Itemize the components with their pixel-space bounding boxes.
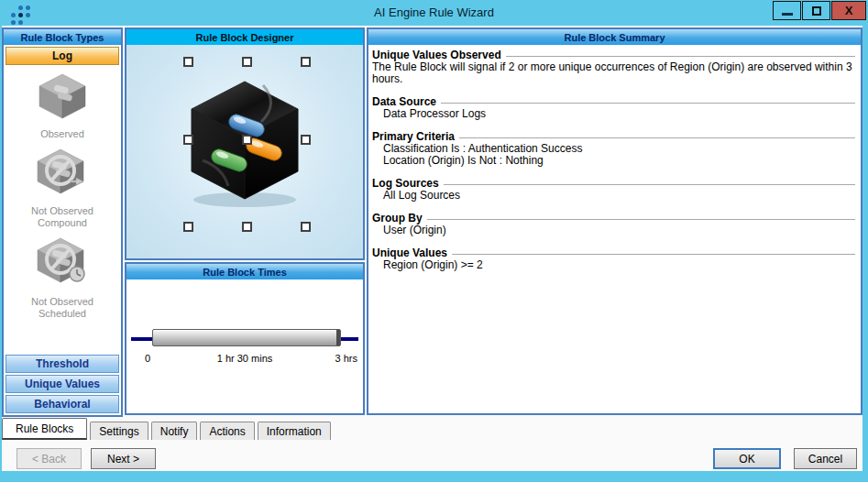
other-type-buttons: Threshold Unique Values Behavioral — [5, 353, 119, 413]
tick-label-end: 3 hrs — [335, 353, 357, 364]
wizard-tabstrip: Rule Blocks Settings Notify Actions Info… — [2, 417, 331, 440]
type-button-threshold[interactable]: Threshold — [5, 355, 119, 373]
section-line: Data Processor Logs — [372, 108, 855, 120]
titlebar: AI Engine Rule Wizard X — [0, 0, 868, 26]
close-icon: X — [845, 4, 853, 17]
summary-section-primary-criteria: Primary Criteria Classification Is : Aut… — [372, 130, 855, 167]
summary-body: Unique Values Observed The Rule Block wi… — [368, 45, 861, 271]
rule-block-types-panel: Rule Block Types Log Observed — [2, 27, 123, 417]
selection-handle-middle-left[interactable] — [183, 135, 193, 145]
rule-block-designer-panel: Rule Block Designer — [125, 27, 365, 260]
selection-handle-middle-right[interactable] — [301, 135, 311, 145]
summary-section-unique-values: Unique Values Region (Origin) >= 2 — [372, 246, 855, 271]
section-title: Primary Criteria — [372, 130, 855, 143]
type-label-not-observed-compound: Not Observed Compound — [19, 205, 105, 229]
selection-handle-top-center[interactable] — [242, 57, 252, 67]
section-title: Data Source — [372, 95, 855, 108]
minimize-icon — [782, 13, 793, 16]
type-button-behavioral[interactable]: Behavioral — [5, 395, 119, 413]
tab-notify[interactable]: Notify — [151, 422, 198, 440]
rule-block-summary-panel: Rule Block Summary Unique Values Observe… — [367, 27, 863, 415]
type-item-observed[interactable]: Observed — [4, 71, 121, 140]
type-button-log[interactable]: Log — [5, 47, 119, 65]
type-label-observed: Observed — [19, 128, 105, 140]
selection-handle-bottom-right[interactable] — [301, 222, 311, 232]
ai-engine-rule-wizard-window: AI Engine Rule Wizard X Rule Block Types… — [0, 0, 868, 482]
section-title: Unique Values Observed — [372, 49, 855, 61]
maximize-button[interactable] — [802, 1, 830, 20]
tick-label-mid: 1 hr 30 mins — [126, 353, 363, 364]
minimize-button[interactable] — [773, 1, 801, 20]
tab-settings[interactable]: Settings — [90, 422, 148, 440]
summary-section-unique-values-observed: Unique Values Observed The Rule Block wi… — [372, 49, 855, 85]
time-tick-labels: 0 1 hr 30 mins 3 hrs — [126, 353, 363, 366]
next-button[interactable]: Next > — [91, 448, 156, 469]
selection-handle-top-left[interactable] — [183, 57, 193, 67]
selection-handle-top-right[interactable] — [301, 57, 311, 67]
section-title: Group By — [372, 212, 855, 225]
tab-information[interactable]: Information — [258, 422, 331, 440]
cube-not-observed-scheduled-icon — [36, 236, 89, 289]
type-item-not-observed-scheduled[interactable]: Not Observed Scheduled — [4, 236, 121, 320]
type-item-not-observed-compound[interactable]: Not Observed Compound — [4, 147, 121, 229]
section-line: Region (Origin) >= 2 — [372, 259, 855, 271]
close-button[interactable]: X — [831, 1, 866, 20]
window-title: AI Engine Rule Wizard — [0, 5, 868, 19]
type-label-not-observed-scheduled: Not Observed Scheduled — [19, 296, 105, 320]
back-button[interactable]: < Back — [16, 448, 82, 469]
times-canvas: 0 1 hr 30 mins 3 hrs — [126, 279, 363, 413]
maximize-icon — [812, 6, 821, 16]
summary-section-group-by: Group By User (Origin) — [372, 212, 855, 236]
ok-button[interactable]: OK — [713, 448, 781, 469]
section-title: Log Sources — [372, 177, 855, 190]
tab-actions[interactable]: Actions — [200, 422, 254, 440]
rule-block-times-header: Rule Block Times — [126, 264, 363, 279]
selection-handle-middle-center[interactable] — [242, 135, 252, 145]
section-line: All Log Sources — [372, 190, 855, 202]
selection-handle-bottom-center[interactable] — [242, 222, 252, 232]
selection-handle-bottom-left[interactable] — [183, 222, 193, 232]
tab-rule-blocks[interactable]: Rule Blocks — [2, 418, 87, 440]
designer-canvas[interactable] — [126, 45, 363, 258]
cube-observed-icon — [36, 71, 89, 121]
time-range-slider[interactable] — [152, 329, 341, 346]
summary-section-data-source: Data Source Data Processor Logs — [372, 95, 855, 120]
cube-not-observed-compound-icon — [36, 147, 89, 198]
section-line: Location (Origin) Is Not : Nothing — [372, 155, 855, 167]
section-line: User (Origin) — [372, 225, 855, 236]
rule-block-designer-header: Rule Block Designer — [126, 29, 363, 45]
rule-block-types-header: Rule Block Types — [4, 29, 121, 45]
summary-section-log-sources: Log Sources All Log Sources — [372, 177, 855, 202]
section-line: The Rule Block will signal if 2 or more … — [372, 61, 855, 85]
cancel-button[interactable]: Cancel — [794, 448, 857, 469]
rule-block-times-panel: Rule Block Times 0 1 hr 30 mins 3 hrs — [125, 262, 365, 415]
type-button-unique-values[interactable]: Unique Values — [5, 375, 119, 393]
section-title: Unique Values — [372, 246, 855, 259]
client-area: Rule Block Types Log Observed — [2, 26, 863, 471]
rule-block-summary-header: Rule Block Summary — [368, 29, 861, 45]
